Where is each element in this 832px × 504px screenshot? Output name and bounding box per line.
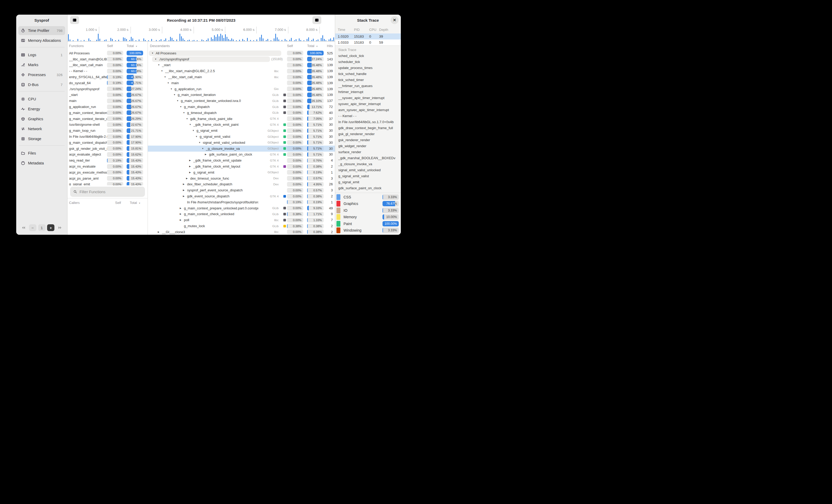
self-column-header[interactable]: Self	[107, 44, 123, 48]
descendant-row[interactable]: ▼g_main_dispatchGLib0.00%13.71%13.71%72	[148, 104, 335, 110]
descendant-row[interactable]: ▶dex_timeout_source_funcDex0.00%0.57%0.5…	[148, 175, 335, 181]
expander-open-icon[interactable]: ▼	[155, 58, 159, 60]
expander-closed-icon[interactable]: ▶	[180, 207, 184, 209]
cpu-activity-graph[interactable]	[68, 33, 335, 41]
expander-closed-icon[interactable]: ▶	[189, 159, 193, 162]
stack-frame[interactable]: gdk_surface_paint_on_clock	[335, 185, 401, 191]
skip-back-button[interactable]	[20, 224, 27, 231]
expander-open-icon[interactable]: ▼	[170, 88, 175, 90]
total-column-header[interactable]: Total▼	[127, 44, 143, 48]
pid-column-header[interactable]: PID	[354, 28, 369, 32]
expander-closed-icon[interactable]: ▶	[183, 183, 187, 185]
sidebar-item-logs[interactable]: Logs1	[18, 51, 65, 59]
descendant-row[interactable]: ▼g_main_context_iterate_unlocked.isra.0G…	[148, 98, 335, 104]
descendant-row[interactable]: ▼./src/sysprof/sysprof(15183)0.00%27.24%…	[148, 56, 335, 62]
stack-frame[interactable]: tick_sched_handle	[335, 71, 401, 77]
sidebar-item-metadata[interactable]: Metadata	[18, 159, 65, 168]
expander-open-icon[interactable]: ▼	[180, 106, 184, 108]
descendant-row[interactable]: ▶dex_fiber_scheduler_dispatchDex0.00%4.9…	[148, 181, 335, 188]
function-row[interactable]: acpi_ns_evaluate0.00%15.43%15.43%	[68, 163, 148, 169]
sidebar-item-d-bus[interactable]: D-Bus7	[18, 80, 65, 89]
callers-total-column-header[interactable]: Total▼	[130, 201, 145, 205]
expander-open-icon[interactable]: ▼	[152, 52, 156, 54]
expander-closed-icon[interactable]: ▶	[189, 171, 193, 174]
descendant-row[interactable]: ▶g_signal_emitGObject0.00%0.19%0.19%1	[148, 169, 335, 175]
descendant-row[interactable]: ▶gdk_event_source_dispatchGTK 40.00%0.38…	[148, 193, 335, 199]
descendant-row[interactable]: ▼g_signal_emitGObject0.00%5.71%5.71%30	[148, 128, 335, 134]
sidebar-item-storage[interactable]: Storage	[18, 134, 65, 143]
descendant-row[interactable]: ▼g_main_context_iterationGLib0.00%26.48%…	[148, 92, 335, 98]
expander-closed-icon[interactable]: ▶	[158, 231, 162, 233]
expander-open-icon[interactable]: ▼	[186, 118, 190, 120]
descendant-row[interactable]: In File /home/christian/Projects/sysprof…	[148, 199, 335, 205]
toggle-sidebar-button[interactable]	[70, 16, 79, 24]
descendant-row[interactable]: ▶sysprof_perf_event_source_dispatch0.00%…	[148, 187, 335, 193]
function-row[interactable]: In File /usr/lib64/libglib-2.0.so0.00%17…	[68, 134, 148, 140]
skip-forward-button[interactable]	[56, 224, 63, 231]
expander-closed-icon[interactable]: ▶	[189, 165, 193, 168]
function-row[interactable]: g_main_context_dispatch0.00%17.90%17.90%	[68, 140, 148, 146]
stack-frame[interactable]: In File /usr/lib64/libGL.so.1.7.0+0x4b	[335, 119, 401, 125]
function-row[interactable]: acpi_ps_execute_method0.00%15.43%15.43%	[68, 169, 148, 175]
function-row[interactable]: entry_SYSCALL_64_after_hwframe0.19%0.19%…	[68, 74, 148, 80]
stack-frame[interactable]: gdk_draw_context_begin_frame_full	[335, 125, 401, 131]
stack-frame[interactable]: tick_sched_timer	[335, 77, 401, 83]
stack-frame[interactable]: g_signal_emit	[335, 179, 401, 185]
descendant-row[interactable]: ▼_g_closure_invoke_vaGObject0.00%5.71%5.…	[148, 146, 335, 151]
expander-closed-icon[interactable]: ▶	[180, 219, 184, 221]
descendant-row[interactable]: ▼__libc_start_main@GLIBC_2.2.5libc0.00%2…	[148, 68, 335, 74]
cpu-column-header[interactable]: CPU	[369, 28, 379, 32]
close-panel-button[interactable]: ✕	[391, 16, 398, 24]
descendants-total-column-header[interactable]: Total▼	[307, 44, 323, 48]
sidebar-item-marks[interactable]: Marks	[18, 60, 65, 69]
descendant-row[interactable]: ▼main0.00%26.48%26.48%139	[148, 80, 335, 86]
sidebar-item-time-profiler[interactable]: Time Profiler798	[18, 26, 65, 35]
descendant-row[interactable]: ▼_gdk_frame_clock_emit_paintGTK 40.00%5.…	[148, 122, 335, 128]
function-row[interactable]: do_syscall_640.19%0.19%41.71%41.71%	[68, 80, 148, 86]
function-row[interactable]: /usr/bin/gnome-shell0.00%22.67%22.67%	[68, 122, 148, 128]
descendant-row[interactable]: ▼gdk_frame_clock_paint_idleGTK 40.00%7.0…	[148, 116, 335, 122]
function-row[interactable]: g_main_context_iterate_unlocked0.00%26.2…	[68, 116, 148, 122]
expander-open-icon[interactable]: ▼	[164, 76, 168, 78]
stack-frame[interactable]: hrtimer_interrupt	[335, 89, 401, 95]
function-row[interactable]: ./src/sysprof/sysprof0.00%27.24%27.24%	[68, 86, 148, 92]
time-column-header[interactable]: Time	[338, 28, 354, 32]
stack-sample-row[interactable]: 1.033315183059	[335, 39, 401, 46]
expander-open-icon[interactable]: ▼	[189, 123, 193, 126]
stack-frame[interactable]: g_signal_emit_valist	[335, 173, 401, 179]
descendant-row[interactable]: ▶g_main_context_prepare_unlocked.part.0.…	[148, 205, 335, 211]
expander-open-icon[interactable]: ▼	[177, 100, 181, 102]
sidebar-item-cpu[interactable]: CPU	[18, 95, 65, 104]
callers-self-column-header[interactable]: Self	[115, 201, 130, 205]
descendant-row[interactable]: ▼g_signal_emit_valistGObject0.00%5.71%5.…	[148, 134, 335, 140]
function-row[interactable]: All Processes0.00%100.00%100.00%	[68, 50, 148, 56]
function-row[interactable]: main0.00%26.67%26.67%	[68, 98, 148, 104]
zoom-in-button[interactable]: +	[47, 224, 54, 231]
stack-frame[interactable]: __hrtimer_run_queues	[335, 83, 401, 89]
filter-functions-input[interactable]	[80, 190, 142, 194]
callers-column-header[interactable]: Callers	[69, 201, 115, 205]
expander-closed-icon[interactable]: ▶	[183, 189, 187, 191]
menu-button[interactable]	[323, 16, 332, 24]
descendant-row[interactable]: ▼g_timeout_dispatchGLib0.00%7.62%7.62%40	[148, 110, 335, 116]
descendants-column-header[interactable]: Descendants	[150, 44, 258, 48]
sidebar-item-processes[interactable]: Processes326	[18, 70, 65, 79]
toggle-panel-button[interactable]	[312, 16, 321, 24]
function-row[interactable]: _start0.00%26.67%26.67%	[68, 92, 148, 98]
stack-frame[interactable]: asm_sysvec_apic_timer_interrupt	[335, 107, 401, 113]
expander-open-icon[interactable]: ▼	[167, 82, 172, 84]
timeline-ruler[interactable]: 1.000 s2.000 s3.000 s4.000 s5.000 s6.000…	[68, 26, 335, 33]
descendants-self-column-header[interactable]: Self	[287, 44, 303, 48]
function-row[interactable]: seq_read_iter0.19%0.19%15.43%15.43%	[68, 157, 148, 163]
descendant-row[interactable]: ▼All Processes0.00%100.00%100.00%525	[148, 50, 335, 56]
stack-frame[interactable]: _gdk_marshal_BOOLEAN__BOXEDv	[335, 155, 401, 161]
stack-frame[interactable]: update_process_times	[335, 65, 401, 71]
expander-closed-icon[interactable]: ▶	[186, 177, 190, 179]
function-row[interactable]: __libc_start_call_main0.00%60.76%60.76%	[68, 62, 148, 68]
descendant-row[interactable]: ▶__GI___clone3libc0.00%0.38%0.38%2	[148, 229, 335, 235]
expander-closed-icon[interactable]: ▶	[183, 195, 187, 197]
function-row[interactable]: g_main_loop_run0.00%21.71%21.71%	[68, 128, 148, 134]
stack-frame[interactable]: _g_closure_invoke_va	[335, 161, 401, 167]
expander-open-icon[interactable]: ▼	[158, 64, 162, 66]
stack-sample-row[interactable]: 1.032015183039	[335, 33, 401, 39]
